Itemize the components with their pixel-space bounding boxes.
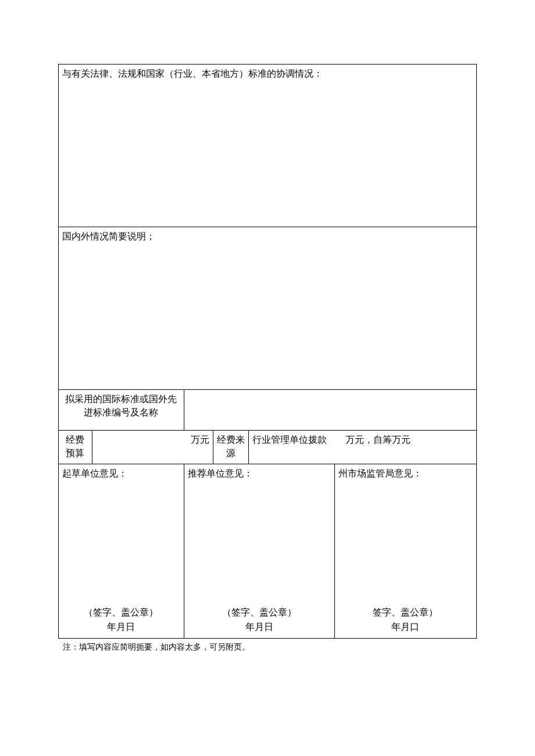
opinion-bureau-signblock: 签字、盖公章） 年月口 xyxy=(335,605,476,635)
opinion-draft-cell[interactable]: 起草单位意见： （签字、盖公章） 年月日 xyxy=(59,464,184,639)
opinion-recommend-signblock: （签字、盖公章） 年月日 xyxy=(184,605,334,635)
standard-row: 拟采用的国际标准或国外先进标准编号及名称 xyxy=(59,390,477,431)
opinion-bureau-date: 年月口 xyxy=(391,622,419,632)
opinion-draft-title: 起草单位意见： xyxy=(62,467,180,480)
budget-source-label: 经费来源 xyxy=(213,431,249,464)
opinion-bureau-title: 州市场监管局意见： xyxy=(338,467,473,480)
section-situation-title: 国内外情况简要说明； xyxy=(62,231,155,241)
section-situation-cell[interactable]: 国内外情况简要说明； xyxy=(59,227,477,390)
section-situation-row: 国内外情况简要说明； xyxy=(59,227,477,390)
budget-unit: 万元 xyxy=(191,435,209,445)
budget-row: 经费预算 万元 经费来源 行业管理单位拨款 万元，自筹万元 xyxy=(59,431,477,464)
opinions-row: 起草单位意见： （签字、盖公章） 年月日 推荐单位意见： （签字、盖公章） 年月… xyxy=(59,464,477,639)
page-container: 与有关法律、法规和国家（行业、本省地方）标准的协调情况： 国内外情况简要说明； … xyxy=(0,0,535,687)
opinion-bureau-cell[interactable]: 州市场监管局意见： 签字、盖公章） 年月口 xyxy=(334,464,476,639)
section-coordination-row: 与有关法律、法规和国家（行业、本省地方）标准的协调情况： xyxy=(59,65,477,227)
opinion-recommend-cell[interactable]: 推荐单位意见： （签字、盖公章） 年月日 xyxy=(184,464,334,639)
budget-source-text[interactable]: 行业管理单位拨款 万元，自筹万元 xyxy=(249,431,477,464)
opinion-draft-sign: （签字、盖公章） xyxy=(84,607,158,617)
budget-label: 经费预算 xyxy=(59,431,92,464)
section-coordination-title: 与有关法律、法规和国家（行业、本省地方）标准的协调情况： xyxy=(62,69,323,78)
opinion-recommend-date: 年月日 xyxy=(245,622,273,632)
form-table: 与有关法律、法规和国家（行业、本省地方）标准的协调情况： 国内外情况简要说明； … xyxy=(58,64,477,639)
opinion-draft-date: 年月日 xyxy=(107,622,135,632)
standard-value[interactable] xyxy=(184,390,476,431)
opinion-recommend-sign: （签字、盖公章） xyxy=(222,607,297,617)
opinion-draft-signblock: （签字、盖公章） 年月日 xyxy=(59,605,184,635)
section-coordination-cell[interactable]: 与有关法律、法规和国家（行业、本省地方）标准的协调情况： xyxy=(59,65,477,227)
standard-label: 拟采用的国际标准或国外先进标准编号及名称 xyxy=(59,390,184,431)
footnote: 注：填写内容应简明扼要，如内容太多，可另附页。 xyxy=(58,642,477,653)
budget-amount-cell[interactable]: 万元 xyxy=(92,431,213,464)
opinion-recommend-title: 推荐单位意见： xyxy=(188,467,331,480)
opinion-bureau-sign: 签字、盖公章） xyxy=(373,607,438,617)
